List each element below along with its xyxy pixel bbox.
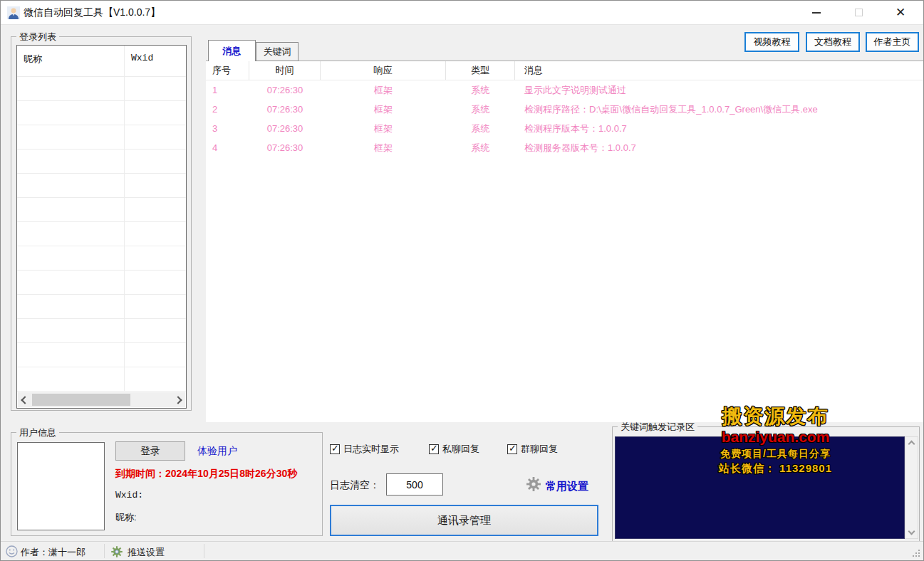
login-list-group: 登录列表 昵称 Wxid <box>11 36 192 411</box>
user-info-label: 用户信息 <box>16 426 59 439</box>
keyword-vscrollbar[interactable] <box>905 436 918 539</box>
close-button[interactable]: ✕ <box>884 1 917 24</box>
status-bar: 作者：潇十一郎 推送设置 <box>1 541 923 560</box>
login-list-hscrollbar[interactable] <box>18 392 185 407</box>
wxid-field-label: Wxid: <box>115 490 143 500</box>
log-cell-message: 检测服务器版本号：1.0.0.7 <box>515 138 923 157</box>
log-cell-message: 显示此文字说明测试通过 <box>515 80 923 100</box>
log-cell-response: 框架 <box>321 138 446 157</box>
avatar <box>17 442 105 530</box>
log-cell-message: 检测程序版本号：1.0.0.7 <box>515 119 923 138</box>
doc-tutorial-button[interactable]: 文档教程 <box>806 32 860 52</box>
log-cell-type: 系统 <box>446 80 515 100</box>
scroll-down-icon[interactable] <box>908 528 915 535</box>
log-header-type: 类型 <box>446 61 515 80</box>
log-cell-index: 4 <box>206 138 249 157</box>
checkbox-checked-icon[interactable] <box>507 444 517 454</box>
app-window: 微信自动回复工具【V1.0.0.7】 ✕ 登录列表 昵称 Wxid 视频教程 文… <box>0 0 924 561</box>
log-cell-time: 07:26:30 <box>249 138 321 157</box>
log-table-header: 序号 时间 响应 类型 消息 <box>206 61 923 80</box>
smiley-icon <box>6 545 18 557</box>
title-bar: 微信自动回复工具【V1.0.0.7】 ✕ <box>1 1 923 25</box>
checkbox-checked-icon[interactable] <box>330 444 340 454</box>
statusbar-divider <box>104 544 105 558</box>
login-button[interactable]: 登录 <box>115 441 185 461</box>
app-icon <box>7 6 20 19</box>
user-type-badge: 体验用户 <box>197 445 237 458</box>
log-header-index: 序号 <box>206 61 249 80</box>
user-info-group: 用户信息 登录 体验用户 到期时间：2024年10月25日8时26分30秒 Wx… <box>11 432 323 536</box>
table-row[interactable]: 4 07:26:30 框架 系统 检测服务器版本号：1.0.0.7 <box>206 138 923 157</box>
checkbox-group-reply[interactable]: 群聊回复 <box>507 443 558 456</box>
log-cell-index: 1 <box>206 80 249 100</box>
log-clear-label: 日志清空： <box>330 479 380 492</box>
window-title: 微信自动回复工具【V1.0.0.7】 <box>24 6 160 19</box>
statusbar-divider <box>204 544 204 558</box>
close-icon: ✕ <box>896 6 905 19</box>
login-list-col-wxid: Wxid <box>131 53 153 63</box>
resize-grip[interactable] <box>913 550 920 557</box>
scroll-up-icon[interactable] <box>908 441 915 448</box>
log-cell-response: 框架 <box>321 100 446 119</box>
login-list-table[interactable]: 昵称 Wxid <box>16 45 187 409</box>
push-settings-gear-icon <box>110 545 123 558</box>
log-table-body: 1 07:26:30 框架 系统 显示此文字说明测试通过 2 07:26:30 … <box>206 80 923 157</box>
log-header-message: 消息 <box>515 61 923 80</box>
keyword-record-group: 关键词触发记录区 <box>612 426 920 542</box>
minimize-icon <box>812 12 821 14</box>
table-row[interactable]: 3 07:26:30 框架 系统 检测程序版本号：1.0.0.7 <box>206 119 923 138</box>
checkbox-checked-icon[interactable] <box>429 444 439 454</box>
message-log-panel: 序号 时间 响应 类型 消息 1 07:26:30 框架 系统 显示此文字说明测… <box>206 61 923 422</box>
scroll-left-icon[interactable] <box>21 396 28 404</box>
log-cell-response: 框架 <box>321 80 446 100</box>
scroll-right-icon[interactable] <box>174 396 182 404</box>
author-homepage-button[interactable]: 作者主页 <box>866 32 919 52</box>
maximize-button[interactable] <box>842 1 875 24</box>
login-list-label: 登录列表 <box>16 31 59 43</box>
login-list-header: 昵称 Wxid <box>17 46 186 76</box>
checkbox-private-reply[interactable]: 私聊回复 <box>429 443 479 456</box>
nickname-field-label: 昵称: <box>115 511 137 524</box>
push-settings-item[interactable]: 推送设置 <box>128 546 165 559</box>
checkbox-log-realtime[interactable]: 日志实时显示 <box>330 443 399 456</box>
checkbox-private-reply-label: 私聊回复 <box>442 443 479 456</box>
video-tutorial-button[interactable]: 视频教程 <box>744 32 799 52</box>
log-cell-index: 3 <box>206 119 249 138</box>
log-cell-response: 框架 <box>321 119 446 138</box>
table-row[interactable]: 2 07:26:30 框架 系统 检测程序路径：D:\桌面\微信自动回复工具_1… <box>206 100 923 119</box>
keyword-record-box[interactable] <box>615 436 905 539</box>
table-row[interactable]: 1 07:26:30 框架 系统 显示此文字说明测试通过 <box>206 80 923 100</box>
common-settings-link[interactable]: 常用设置 <box>546 480 588 493</box>
log-cell-type: 系统 <box>446 138 515 157</box>
gear-icon <box>526 476 541 492</box>
contacts-manage-button[interactable]: 通讯录管理 <box>330 505 598 536</box>
author-text: 作者：潇十一郎 <box>21 546 85 559</box>
expire-time-text: 到期时间：2024年10月25日8时26分30秒 <box>115 468 297 481</box>
login-list-empty-rows <box>17 76 186 392</box>
keyword-record-label: 关键词触发记录区 <box>618 421 697 434</box>
login-list-col-nickname: 昵称 <box>24 53 42 65</box>
log-clear-input[interactable] <box>386 473 443 496</box>
log-cell-index: 2 <box>206 100 249 119</box>
log-cell-type: 系统 <box>446 119 515 138</box>
minimize-button[interactable] <box>800 1 833 24</box>
log-cell-time: 07:26:30 <box>249 100 321 119</box>
checkbox-group-reply-label: 群聊回复 <box>521 443 558 456</box>
log-header-response: 响应 <box>321 61 446 80</box>
checkbox-log-realtime-label: 日志实时显示 <box>343 443 399 456</box>
log-cell-time: 07:26:30 <box>249 80 321 100</box>
tab-keywords[interactable]: 关键词 <box>256 42 299 61</box>
log-cell-time: 07:26:30 <box>249 119 321 138</box>
log-cell-type: 系统 <box>446 100 515 119</box>
log-header-time: 时间 <box>249 61 321 80</box>
maximize-icon <box>855 9 863 16</box>
hscrollbar-thumb[interactable] <box>32 394 130 406</box>
log-cell-message: 检测程序路径：D:\桌面\微信自动回复工具_1.0.0.7_Green\微信工具… <box>515 100 923 119</box>
tab-messages[interactable]: 消息 <box>208 40 256 61</box>
